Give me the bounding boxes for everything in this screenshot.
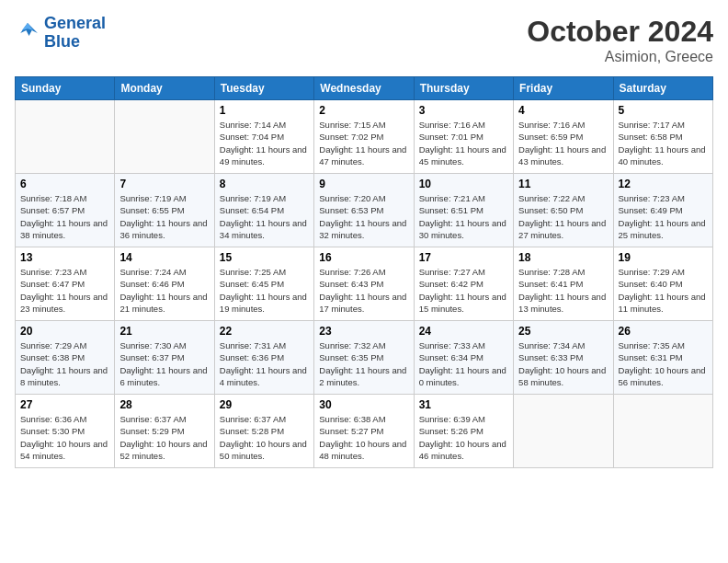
day-number: 8: [220, 178, 309, 190]
location-title: Asimion, Greece: [527, 49, 713, 65]
calendar-week-row: 1Sunrise: 7:14 AM Sunset: 7:04 PM Daylig…: [16, 100, 713, 174]
day-number: 30: [319, 398, 408, 411]
calendar-cell: 28Sunrise: 6:37 AM Sunset: 5:29 PM Dayli…: [115, 395, 214, 468]
calendar-cell: 24Sunrise: 7:33 AM Sunset: 6:34 PM Dayli…: [414, 321, 513, 395]
title-block: October 2024 Asimion, Greece: [527, 15, 713, 65]
weekday-header-sunday: Sunday: [16, 77, 115, 100]
logo-text-general: General: [44, 15, 106, 33]
day-info: Sunrise: 7:23 AM Sunset: 6:49 PM Dayligh…: [619, 192, 708, 241]
day-number: 13: [20, 251, 109, 264]
calendar-cell: 10Sunrise: 7:21 AM Sunset: 6:51 PM Dayli…: [414, 174, 513, 247]
day-info: Sunrise: 6:39 AM Sunset: 5:26 PM Dayligh…: [419, 413, 508, 462]
day-info: Sunrise: 7:32 AM Sunset: 6:35 PM Dayligh…: [319, 339, 408, 388]
day-info: Sunrise: 7:33 AM Sunset: 6:34 PM Dayligh…: [419, 339, 508, 388]
calendar-week-row: 20Sunrise: 7:29 AM Sunset: 6:38 PM Dayli…: [16, 321, 713, 395]
day-info: Sunrise: 7:25 AM Sunset: 6:45 PM Dayligh…: [220, 266, 309, 315]
calendar-cell: 18Sunrise: 7:28 AM Sunset: 6:41 PM Dayli…: [514, 247, 613, 321]
day-info: Sunrise: 7:14 AM Sunset: 7:04 PM Dayligh…: [220, 119, 309, 167]
day-number: 23: [319, 325, 408, 338]
calendar-cell: 16Sunrise: 7:26 AM Sunset: 6:43 PM Dayli…: [314, 247, 414, 321]
calendar-body: 1Sunrise: 7:14 AM Sunset: 7:04 PM Daylig…: [16, 100, 713, 468]
day-info: Sunrise: 7:19 AM Sunset: 6:55 PM Dayligh…: [119, 192, 209, 241]
day-number: 3: [419, 104, 508, 117]
calendar-cell: 9Sunrise: 7:20 AM Sunset: 6:53 PM Daylig…: [314, 174, 414, 247]
day-number: 22: [220, 325, 309, 338]
calendar-header: SundayMondayTuesdayWednesdayThursdayFrid…: [16, 77, 713, 100]
calendar-cell: [16, 100, 115, 174]
day-info: Sunrise: 7:23 AM Sunset: 6:47 PM Dayligh…: [20, 266, 109, 315]
calendar-cell: 19Sunrise: 7:29 AM Sunset: 6:40 PM Dayli…: [613, 247, 712, 321]
day-info: Sunrise: 7:28 AM Sunset: 6:41 PM Dayligh…: [518, 266, 608, 315]
day-info: Sunrise: 7:16 AM Sunset: 7:01 PM Dayligh…: [419, 119, 508, 167]
day-number: 24: [419, 325, 508, 338]
weekday-header-thursday: Thursday: [414, 77, 513, 100]
day-info: Sunrise: 7:26 AM Sunset: 6:43 PM Dayligh…: [319, 266, 408, 315]
day-info: Sunrise: 7:19 AM Sunset: 6:54 PM Dayligh…: [220, 192, 309, 241]
logo: General Blue: [15, 15, 106, 52]
calendar-cell: 4Sunrise: 7:16 AM Sunset: 6:59 PM Daylig…: [514, 100, 613, 174]
day-number: 28: [119, 398, 209, 411]
day-info: Sunrise: 7:27 AM Sunset: 6:42 PM Dayligh…: [419, 266, 508, 315]
day-info: Sunrise: 7:17 AM Sunset: 6:58 PM Dayligh…: [619, 119, 708, 167]
logo-text-blue: Blue: [44, 33, 106, 52]
calendar-cell: 1Sunrise: 7:14 AM Sunset: 7:04 PM Daylig…: [214, 100, 313, 174]
logo-icon: [15, 20, 40, 46]
day-info: Sunrise: 6:38 AM Sunset: 5:27 PM Dayligh…: [319, 413, 408, 462]
weekday-header-saturday: Saturday: [613, 77, 712, 100]
day-info: Sunrise: 7:31 AM Sunset: 6:36 PM Dayligh…: [220, 339, 309, 388]
day-number: 25: [518, 325, 608, 338]
calendar-cell: 7Sunrise: 7:19 AM Sunset: 6:55 PM Daylig…: [115, 174, 214, 247]
day-number: 18: [518, 251, 608, 264]
calendar-cell: 22Sunrise: 7:31 AM Sunset: 6:36 PM Dayli…: [214, 321, 313, 395]
calendar-cell: [514, 395, 613, 468]
calendar-cell: 5Sunrise: 7:17 AM Sunset: 6:58 PM Daylig…: [613, 100, 712, 174]
calendar-cell: 27Sunrise: 6:36 AM Sunset: 5:30 PM Dayli…: [16, 395, 115, 468]
day-number: 26: [619, 325, 708, 338]
calendar-cell: 6Sunrise: 7:18 AM Sunset: 6:57 PM Daylig…: [16, 174, 115, 247]
day-number: 2: [319, 104, 408, 117]
day-number: 14: [119, 251, 209, 264]
month-title: October 2024: [527, 15, 713, 49]
calendar-cell: 11Sunrise: 7:22 AM Sunset: 6:50 PM Dayli…: [514, 174, 613, 247]
calendar-cell: [613, 395, 712, 468]
day-number: 11: [518, 178, 608, 190]
day-number: 29: [220, 398, 309, 411]
day-number: 7: [119, 178, 209, 190]
day-number: 16: [319, 251, 408, 264]
day-info: Sunrise: 7:30 AM Sunset: 6:37 PM Dayligh…: [119, 339, 209, 388]
day-info: Sunrise: 7:29 AM Sunset: 6:38 PM Dayligh…: [20, 339, 109, 388]
day-info: Sunrise: 7:20 AM Sunset: 6:53 PM Dayligh…: [319, 192, 408, 241]
day-info: Sunrise: 7:35 AM Sunset: 6:31 PM Dayligh…: [619, 339, 708, 388]
day-info: Sunrise: 7:15 AM Sunset: 7:02 PM Dayligh…: [319, 119, 408, 167]
calendar-cell: 2Sunrise: 7:15 AM Sunset: 7:02 PM Daylig…: [314, 100, 414, 174]
day-number: 19: [619, 251, 708, 264]
day-info: Sunrise: 7:21 AM Sunset: 6:51 PM Dayligh…: [419, 192, 508, 241]
day-number: 5: [619, 104, 708, 117]
day-info: Sunrise: 6:37 AM Sunset: 5:29 PM Dayligh…: [119, 413, 209, 462]
day-number: 10: [419, 178, 508, 190]
day-info: Sunrise: 7:29 AM Sunset: 6:40 PM Dayligh…: [619, 266, 708, 315]
day-number: 4: [518, 104, 608, 117]
calendar-week-row: 27Sunrise: 6:36 AM Sunset: 5:30 PM Dayli…: [16, 395, 713, 468]
weekday-header-row: SundayMondayTuesdayWednesdayThursdayFrid…: [16, 77, 713, 100]
day-info: Sunrise: 7:24 AM Sunset: 6:46 PM Dayligh…: [119, 266, 209, 315]
weekday-header-friday: Friday: [514, 77, 613, 100]
day-info: Sunrise: 6:36 AM Sunset: 5:30 PM Dayligh…: [20, 413, 109, 462]
calendar-week-row: 13Sunrise: 7:23 AM Sunset: 6:47 PM Dayli…: [16, 247, 713, 321]
calendar-cell: 20Sunrise: 7:29 AM Sunset: 6:38 PM Dayli…: [16, 321, 115, 395]
calendar-cell: 21Sunrise: 7:30 AM Sunset: 6:37 PM Dayli…: [115, 321, 214, 395]
day-info: Sunrise: 7:18 AM Sunset: 6:57 PM Dayligh…: [20, 192, 109, 241]
day-number: 12: [619, 178, 708, 190]
calendar-cell: 26Sunrise: 7:35 AM Sunset: 6:31 PM Dayli…: [613, 321, 712, 395]
day-number: 17: [419, 251, 508, 264]
weekday-header-wednesday: Wednesday: [314, 77, 414, 100]
calendar-cell: 17Sunrise: 7:27 AM Sunset: 6:42 PM Dayli…: [414, 247, 513, 321]
calendar-cell: [115, 100, 214, 174]
page-header: General Blue October 2024 Asimion, Greec…: [15, 15, 713, 65]
calendar-cell: 25Sunrise: 7:34 AM Sunset: 6:33 PM Dayli…: [514, 321, 613, 395]
calendar-cell: 8Sunrise: 7:19 AM Sunset: 6:54 PM Daylig…: [214, 174, 313, 247]
day-number: 1: [220, 104, 309, 117]
day-number: 6: [20, 178, 109, 190]
weekday-header-tuesday: Tuesday: [214, 77, 313, 100]
day-number: 21: [119, 325, 209, 338]
